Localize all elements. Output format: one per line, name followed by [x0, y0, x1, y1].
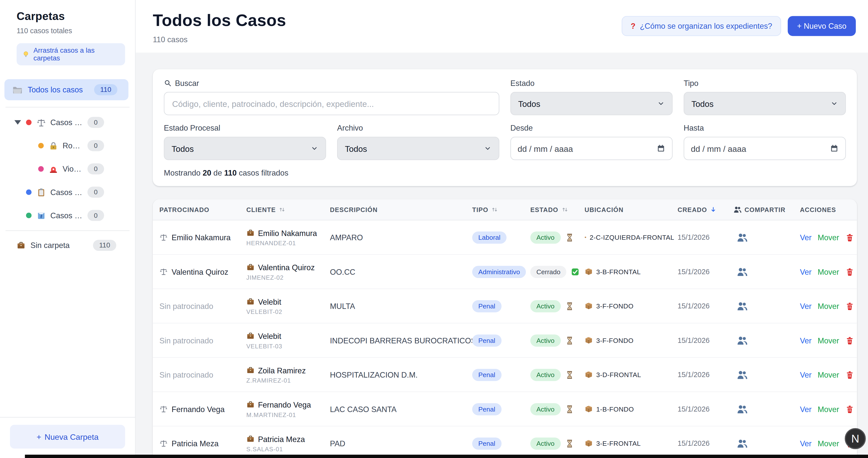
- share-people-icon[interactable]: [737, 266, 748, 277]
- share-people-icon[interactable]: [737, 404, 748, 414]
- cliente-name: Velebit: [258, 332, 281, 340]
- column-header-tipo[interactable]: TIPO: [472, 199, 530, 220]
- tipo-select[interactable]: Todos: [684, 92, 846, 115]
- delete-trash-icon[interactable]: [845, 233, 854, 242]
- mover-link[interactable]: Mover: [817, 370, 839, 379]
- sort-icon[interactable]: [279, 206, 286, 213]
- sidebar-folder-item[interactable]: Robos … 0: [4, 134, 104, 157]
- filters-panel: Buscar Estado Todos Tipo: [153, 69, 857, 186]
- table-row[interactable]: Fernando Vega Fernando Vega M.MARTINEZ-0…: [153, 392, 857, 426]
- share-people-icon[interactable]: [737, 438, 748, 449]
- box-icon: [585, 233, 586, 241]
- ver-link[interactable]: Ver: [800, 370, 812, 379]
- ver-link[interactable]: Ver: [800, 233, 812, 242]
- estado-badge: Activo: [530, 334, 561, 346]
- share-people-icon[interactable]: [737, 335, 748, 346]
- cliente-cell: Valentina Quiroz JIMENEZ-02: [246, 255, 330, 288]
- sort-icon[interactable]: [491, 206, 498, 213]
- column-header-cliente[interactable]: CLIENTE: [246, 199, 330, 220]
- sidebar-folder-item[interactable]: Violenc… 0: [4, 157, 104, 180]
- delete-trash-icon[interactable]: [845, 302, 854, 310]
- new-folder-button[interactable]: + Nueva Carpeta: [10, 425, 125, 449]
- sort-icon[interactable]: [561, 206, 568, 213]
- ver-link[interactable]: Ver: [800, 405, 812, 413]
- sidebar-folder-item[interactable]: Casos Pen… 0: [4, 111, 104, 134]
- mover-link[interactable]: Mover: [817, 233, 839, 242]
- folder-icon: [12, 85, 22, 95]
- table-row[interactable]: Emilio Nakamura Emilio Nakamura HERNANDE…: [153, 221, 857, 255]
- descripcion-cell: AMPARO: [330, 221, 472, 254]
- table-row[interactable]: Sin patrocinado Velebit VELEBIT-02 MULTA…: [153, 289, 857, 323]
- table-row[interactable]: Sin patrocinado Velebit VELEBIT-03 INDEC…: [153, 323, 857, 357]
- mover-link[interactable]: Mover: [817, 302, 839, 310]
- delete-trash-icon[interactable]: [845, 370, 854, 379]
- hasta-date-input[interactable]: dd / mm / aaaa: [684, 137, 846, 160]
- column-header-compartir: COMPARTIR: [734, 199, 800, 220]
- estado-select[interactable]: Todos: [510, 92, 673, 115]
- sort-down-icon[interactable]: [710, 206, 717, 213]
- user-avatar[interactable]: N: [845, 428, 866, 449]
- mover-link[interactable]: Mover: [817, 336, 839, 345]
- estado-badge: Activo: [530, 437, 561, 450]
- estado-procesal-select[interactable]: Todos: [164, 137, 326, 160]
- desde-date-input[interactable]: dd / mm / aaaa: [510, 137, 673, 160]
- question-mark-icon: ?: [631, 22, 636, 30]
- estado-cell: Activo: [530, 427, 585, 458]
- cliente-cell: Zoila Ramirez Z.RAMIREZ-01: [246, 358, 330, 392]
- archivo-select[interactable]: Todos: [337, 137, 499, 160]
- tipo-badge: Penal: [472, 437, 501, 450]
- ubicacion-text: 2-C-IZQUIERDA-FRONTAL: [590, 233, 674, 241]
- mover-link[interactable]: Mover: [817, 405, 839, 413]
- calendar-icon[interactable]: [657, 144, 665, 153]
- folder-type-icon: [36, 211, 46, 220]
- hasta-label: Hasta: [684, 124, 704, 132]
- patrocinado-name: Fernando Vega: [172, 405, 225, 413]
- cliente-code: HERNANDEZ-01: [246, 239, 296, 246]
- ver-link[interactable]: Ver: [800, 439, 812, 448]
- ver-link[interactable]: Ver: [800, 302, 812, 310]
- estado-badge: Activo: [530, 231, 561, 244]
- ubicacion-cell: 3-F-FONDO: [585, 289, 678, 323]
- scales-icon: [159, 267, 168, 276]
- delete-trash-icon[interactable]: [845, 267, 854, 276]
- compartir-cell: [734, 221, 800, 254]
- folder-type-icon: [49, 141, 58, 150]
- patrocinado-name: Valentina Quiroz: [172, 267, 228, 276]
- folder-color-dot: [38, 143, 44, 148]
- ver-link[interactable]: Ver: [800, 336, 812, 345]
- help-button[interactable]: ? ¿Cómo se organizan los expedientes?: [622, 16, 781, 36]
- table-row[interactable]: Valentina Quiroz Valentina Quiroz JIMENE…: [153, 255, 857, 289]
- mover-link[interactable]: Mover: [817, 439, 839, 448]
- sidebar-folder-item[interactable]: Casos Lab… 0: [4, 204, 104, 227]
- estado-badge: Cerrado: [530, 265, 566, 278]
- sidebar-folder-item[interactable]: Casos Civiles 0: [4, 180, 104, 204]
- descripcion-cell: OO.CC: [330, 255, 472, 288]
- sidebar-item-all-cases[interactable]: Todos los casos 110: [4, 79, 128, 100]
- share-people-icon[interactable]: [737, 300, 748, 311]
- ver-link[interactable]: Ver: [800, 267, 812, 276]
- new-case-button[interactable]: + Nuevo Caso: [788, 16, 856, 36]
- table-row[interactable]: Patricia Meza Patricia Meza S.SALAS-01 P…: [153, 427, 857, 458]
- tipo-badge: Laboral: [472, 231, 507, 244]
- share-people-icon[interactable]: [737, 232, 748, 243]
- delete-trash-icon[interactable]: [845, 336, 854, 345]
- folder-label: Casos Lab…: [51, 211, 83, 220]
- column-header-creado[interactable]: CREADO: [678, 199, 734, 220]
- calendar-icon[interactable]: [830, 144, 839, 153]
- column-header-estado[interactable]: ESTADO: [530, 199, 585, 220]
- all-cases-count-badge: 110: [94, 84, 117, 95]
- tipo-label: Tipo: [684, 79, 698, 87]
- cliente-code: S.SALAS-01: [246, 446, 283, 452]
- tipo-cell: Penal: [472, 289, 530, 323]
- ubicacion-cell: 3-B-FRONTAL: [585, 255, 678, 288]
- folder-label: Casos Civiles: [51, 188, 83, 197]
- estado-cell: Activo: [530, 323, 585, 357]
- table-row[interactable]: Sin patrocinado Zoila Ramirez Z.RAMIREZ-…: [153, 358, 857, 392]
- mover-link[interactable]: Mover: [817, 267, 839, 276]
- delete-trash-icon[interactable]: [845, 405, 854, 413]
- search-input[interactable]: [164, 92, 499, 115]
- share-people-icon[interactable]: [737, 369, 748, 380]
- desde-label: Desde: [510, 124, 533, 132]
- expand-arrow-icon[interactable]: [14, 120, 22, 124]
- sidebar-item-no-folder[interactable]: Sin carpeta 110: [4, 235, 129, 255]
